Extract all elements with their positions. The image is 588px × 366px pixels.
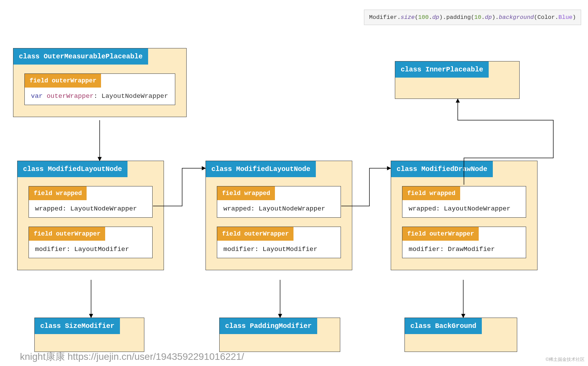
class-header: class ModifiedLayoutNode [206, 161, 316, 177]
card-inner-placeable: class InnerPlaceable [395, 61, 520, 99]
class-header: class OuterMeasurablePlaceable [13, 48, 148, 65]
field-header: field wrapped [402, 186, 460, 200]
class-header: class ModifiedLayoutNode [18, 161, 127, 177]
code-token: ) [573, 14, 576, 21]
card-outer-measurable-placeable: class OuterMeasurablePlaceable field out… [13, 48, 187, 117]
class-header: class BackGround [405, 318, 482, 334]
field-header: field outerWrapper [25, 74, 101, 88]
field-body: var outerWrapper: LayoutNodeWrapper [25, 88, 175, 105]
field-wrapped: field wrapped wrapped: LayoutNodeWrapper [217, 186, 341, 218]
field-body: wrapped: LayoutNodeWrapper [402, 200, 526, 217]
code-token: (Color. [534, 14, 558, 21]
field-body: wrapped: LayoutNodeWrapper [29, 200, 152, 217]
code-token: 10 [474, 14, 481, 21]
card-modified-layout-node-2: class ModifiedLayoutNode field wrapped w… [206, 161, 352, 270]
field-outer-wrapper: field outerWrapper var outerWrapper: Lay… [24, 73, 175, 105]
code-token: background [499, 14, 534, 21]
field-outer-wrapper: field outerWrapper modifier: DrawModifie… [402, 227, 526, 258]
class-header: class InnerPlaceable [395, 61, 489, 78]
code-token: ( [415, 14, 418, 21]
card-padding-modifier: class PaddingModifier [219, 318, 340, 352]
class-header: class ModifiedDrawNode [391, 161, 493, 177]
field-body: modifier: LayoutModifier [29, 241, 152, 258]
class-header: class SizeModifier [35, 318, 120, 334]
code-token: ).padding( [439, 14, 474, 21]
code-token: dp [432, 14, 439, 21]
keyword-var: var [31, 92, 43, 100]
watermark-author: knight康康 https://juejin.cn/user/19435922… [20, 350, 244, 363]
field-body: wrapped: LayoutNodeWrapper [217, 200, 341, 217]
watermark-site: ©稀土掘金技术社区 [545, 356, 585, 363]
field-header: field outerWrapper [217, 227, 293, 241]
card-background: class BackGround [404, 318, 517, 352]
field-outer-wrapper: field outerWrapper modifier: LayoutModif… [29, 227, 153, 258]
code-snippet-box: Modifier.size(100.dp).padding(10.dp).bac… [364, 10, 581, 25]
class-header: class PaddingModifier [220, 318, 317, 334]
field-header: field wrapped [29, 186, 87, 200]
field-body: modifier: DrawModifier [402, 241, 526, 258]
field-body: modifier: LayoutModifier [217, 241, 341, 258]
field-type: : LayoutNodeWrapper [93, 92, 168, 100]
code-token: Blue [558, 14, 573, 21]
code-token: size [401, 14, 415, 21]
field-name: outerWrapper [47, 92, 94, 100]
code-token: . [481, 14, 485, 21]
card-size-modifier: class SizeModifier [34, 318, 144, 352]
code-token: . [429, 14, 432, 21]
field-header: field outerWrapper [29, 227, 105, 241]
code-token: 100 [418, 14, 429, 21]
card-modified-draw-node: class ModifiedDrawNode field wrapped wra… [391, 161, 537, 270]
card-modified-layout-node-1: class ModifiedLayoutNode field wrapped w… [17, 161, 164, 270]
code-token: dp [485, 14, 492, 21]
code-token: ). [492, 14, 499, 21]
field-header: field outerWrapper [402, 227, 479, 241]
field-wrapped: field wrapped wrapped: LayoutNodeWrapper [402, 186, 526, 218]
field-wrapped: field wrapped wrapped: LayoutNodeWrapper [29, 186, 153, 218]
field-outer-wrapper: field outerWrapper modifier: LayoutModif… [217, 227, 341, 258]
code-token: Modifier. [369, 14, 401, 21]
field-header: field wrapped [217, 186, 275, 200]
